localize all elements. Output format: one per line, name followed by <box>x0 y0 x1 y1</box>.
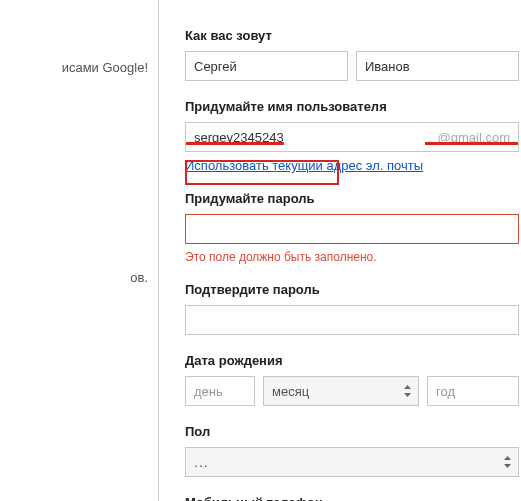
name-label: Как вас зовут <box>185 28 521 43</box>
dob-month-value: месяц <box>272 384 309 399</box>
annotation-underline <box>425 142 518 145</box>
dob-group: Дата рождения месяц <box>185 353 521 406</box>
dob-year-input[interactable] <box>427 376 519 406</box>
gender-select[interactable]: ... <box>185 447 519 477</box>
gender-value: ... <box>194 454 209 470</box>
dob-day-input[interactable] <box>185 376 255 406</box>
confirm-password-group: Подтвердите пароль <box>185 282 521 335</box>
password-label: Придумайте пароль <box>185 191 521 206</box>
username-input[interactable] <box>186 124 438 151</box>
dob-label: Дата рождения <box>185 353 521 368</box>
gender-group: Пол ... <box>185 424 521 477</box>
password-error: Это поле должно быть заполнено. <box>185 250 521 264</box>
password-group: Придумайте пароль Это поле должно быть з… <box>185 191 521 264</box>
updown-icon <box>504 456 510 468</box>
name-group: Как вас зовут <box>185 28 521 81</box>
first-name-input[interactable] <box>185 51 348 81</box>
left-text-fragment-1: исами Google! <box>0 60 148 75</box>
gender-label: Пол <box>185 424 521 439</box>
left-text-fragment-2: ов. <box>0 270 148 285</box>
updown-icon <box>404 385 410 397</box>
username-wrap: @gmail.com <box>185 122 519 152</box>
dob-month-select[interactable]: месяц <box>263 376 419 406</box>
use-existing-email-link[interactable]: Использовать текущий адрес эл. почты <box>185 158 423 173</box>
confirm-password-input[interactable] <box>185 305 519 335</box>
phone-label: Мобильный телефон <box>185 495 521 501</box>
left-panel: исами Google! ов. <box>0 0 158 501</box>
password-input[interactable] <box>185 214 519 244</box>
username-label: Придумайте имя пользователя <box>185 99 521 114</box>
annotation-underline <box>186 142 284 145</box>
last-name-input[interactable] <box>356 51 519 81</box>
phone-group: Мобильный телефон <box>185 495 521 501</box>
signup-form: Как вас зовут Придумайте имя пользовател… <box>159 0 521 501</box>
confirm-password-label: Подтвердите пароль <box>185 282 521 297</box>
username-group: Придумайте имя пользователя @gmail.com И… <box>185 99 521 173</box>
